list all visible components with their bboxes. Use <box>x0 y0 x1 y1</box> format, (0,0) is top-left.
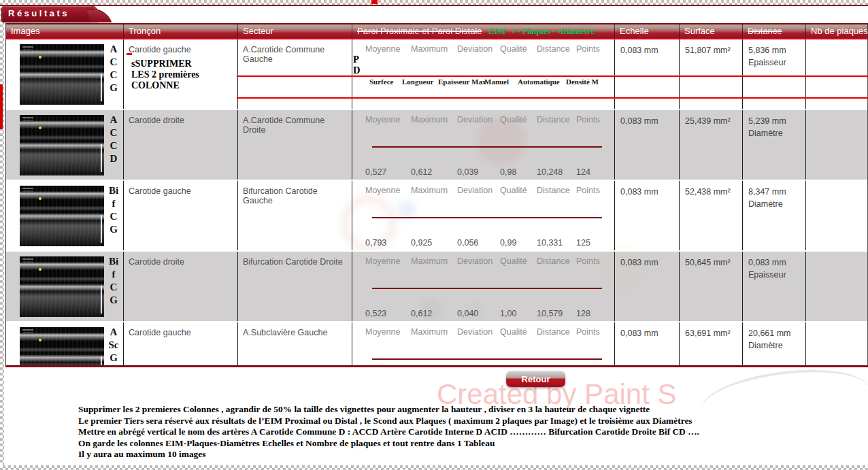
distance-value: 5,239 mm <box>743 110 805 126</box>
table-bottom-border <box>5 365 868 367</box>
artery-abbrev: Bi f C G <box>104 255 123 307</box>
note-line: Il y aura au maximum 10 images <box>78 449 699 460</box>
surface-value: 52,438 mm² <box>680 181 742 197</box>
column-header-nb-plaques: Nb de plaques <box>805 24 868 38</box>
band-label: Manuel <box>484 78 509 86</box>
subheader-moyenne: Moyenne <box>365 186 400 195</box>
surface-value: 51,807 mm² <box>680 39 742 55</box>
subheader-distance: Distance <box>537 256 570 266</box>
eim-subheaders: Moyenne Maximum Deviation Qualité Distan… <box>352 327 614 338</box>
distance-type-label: Diamètre <box>743 197 805 209</box>
troncon-cell: Carotide gauche <box>123 181 237 250</box>
subheader-qualite: Qualité <box>500 256 527 266</box>
ultrasound-scan-texture <box>20 115 104 175</box>
subheader-maximum: Maximum <box>411 186 448 195</box>
table-header-row: Images Tronçon Secteur Paroi Proximale e… <box>5 24 868 39</box>
value-points: 124 <box>576 167 590 177</box>
value-deviation: 0,056 <box>457 238 478 248</box>
echelle-cell: 0,083 mm <box>614 110 679 180</box>
secteur-value: A.Carotide Commune Gauche <box>238 39 352 64</box>
ultrasound-thumbnail[interactable] <box>20 44 104 105</box>
echelle-value: 0,083 mm <box>615 252 679 267</box>
echelle-value: 0,083 mm <box>615 110 679 126</box>
images-cell: Bi f C G <box>6 252 123 321</box>
selection-border-left <box>0 0 4 470</box>
surface-value: 50,645 mm² <box>680 252 742 267</box>
subheader-maximum: Maximum <box>411 44 448 54</box>
thumbnail-yellow-marker <box>39 339 41 341</box>
subheader-points: Points <box>576 186 600 195</box>
images-cell: A C C D <box>6 110 123 180</box>
window-top-border <box>0 5 868 6</box>
eim-separator-line <box>372 288 602 289</box>
ultrasound-thumbnail[interactable] <box>20 256 104 317</box>
subheader-qualite: Qualité <box>500 327 527 337</box>
band-label: Automatique <box>518 78 560 86</box>
images-cell: A Sc G <box>6 322 123 365</box>
subheader-points: Points <box>576 256 600 266</box>
ultrasound-thumbnail[interactable] <box>20 186 104 246</box>
thumbnail-yellow-marker <box>39 56 41 58</box>
secteur-cell: Bifurcation Carotide Droite <box>237 252 352 321</box>
subheader-distance: Distance <box>537 44 570 54</box>
images-cell: A C C G <box>6 39 123 109</box>
distance-cell: 20,661 mm Diamètre <box>742 322 805 365</box>
eim-values: 0,793 0,925 0,056 0,99 10,331 125 <box>352 238 614 249</box>
tab-resultats[interactable]: Résultats <box>1 5 98 22</box>
band-label: Epaisseur Max <box>438 78 486 86</box>
secteur-value: A.Subclavière Gauche <box>238 322 352 337</box>
nb-plaques-value <box>806 39 868 46</box>
thumbnail-scale-bar <box>101 215 102 243</box>
eim-cell: Moyenne Maximum Deviation Qualité Distan… <box>352 110 614 180</box>
thumbnail-scale-bar <box>101 73 102 101</box>
value-moyenne: 0,793 <box>365 238 386 248</box>
note-line: Supprimer les 2 premieres Colonnes , agr… <box>78 404 699 416</box>
struck-distance-label: Distance <box>748 26 782 36</box>
subheader-moyenne: Moyenne <box>365 44 400 54</box>
column-header-troncon: Tronçon <box>123 24 237 38</box>
subheader-moyenne: Moyenne <box>365 115 400 124</box>
value-maximum: 0,612 <box>411 167 432 177</box>
eim-cell: Moyenne Maximum Deviation Qualité Distan… <box>352 322 614 365</box>
distance-value: 20,661 mm <box>743 322 805 338</box>
note-line: Mettre en abrégé vertical le nom des art… <box>78 426 699 438</box>
secteur-cell: A.Subclavière Gauche <box>237 322 352 365</box>
nb-plaques-cell <box>805 322 868 365</box>
echelle-value: 0,083 mm <box>615 181 679 197</box>
retour-button[interactable]: Retour <box>506 371 565 387</box>
ultrasound-thumbnail[interactable] <box>20 115 104 175</box>
secteur-value: Bifurcation Carotide Droite <box>238 252 352 267</box>
column-header-distance: Distance <box>742 24 805 38</box>
troncon-cell: Carotide droite <box>123 110 237 180</box>
ultrasound-thumbnail[interactable] <box>20 327 104 365</box>
table-row: A Sc G Carotide gauche A.Subclavière Gau… <box>6 322 867 365</box>
subheader-moyenne: Moyenne <box>365 327 400 337</box>
subheader-deviation: Deviation <box>457 186 493 195</box>
thumbnail-scale-bar <box>101 286 102 314</box>
eim-subheaders: Moyenne Maximum Deviation Qualité Distan… <box>352 186 614 197</box>
eim-separator-line <box>372 358 602 360</box>
eim-separator-line <box>372 146 602 148</box>
ultrasound-scan-texture <box>20 44 104 105</box>
value-deviation: 0,039 <box>457 167 478 177</box>
subheader-moyenne: Moyenne <box>365 256 400 266</box>
band-label: Densité M <box>566 78 599 86</box>
eim-subheaders: Moyenne Maximum Deviation Qualité Distan… <box>352 256 614 267</box>
distance-type-label: Diamètre <box>743 338 805 350</box>
distance-cell: 5,239 mm Diamètre <box>742 110 805 180</box>
ultrasound-scan-texture <box>20 327 104 365</box>
distance-cell: 8,347 mm Diamètre <box>742 181 805 250</box>
revision-notes: Supprimer les 2 premieres Colonnes , agr… <box>78 404 699 460</box>
value-points: 125 <box>576 238 590 248</box>
troncon-value: Carotide droite <box>124 110 237 125</box>
secteur-value: Bifurcation Carotide Gauche <box>238 181 352 205</box>
thumbnail-yellow-marker <box>39 127 41 129</box>
subheader-deviation: Deviation <box>457 256 493 266</box>
artery-abbrev: Bi f C G <box>104 184 123 236</box>
thumbnail-yellow-marker <box>39 197 41 200</box>
value-qualite: 0,98 <box>500 167 516 177</box>
value-points: 128 <box>576 309 590 318</box>
troncon-value: Carotide gauche <box>124 39 237 54</box>
surface-cell: 52,438 mm² <box>679 181 742 250</box>
eim-separator-line <box>372 217 602 218</box>
